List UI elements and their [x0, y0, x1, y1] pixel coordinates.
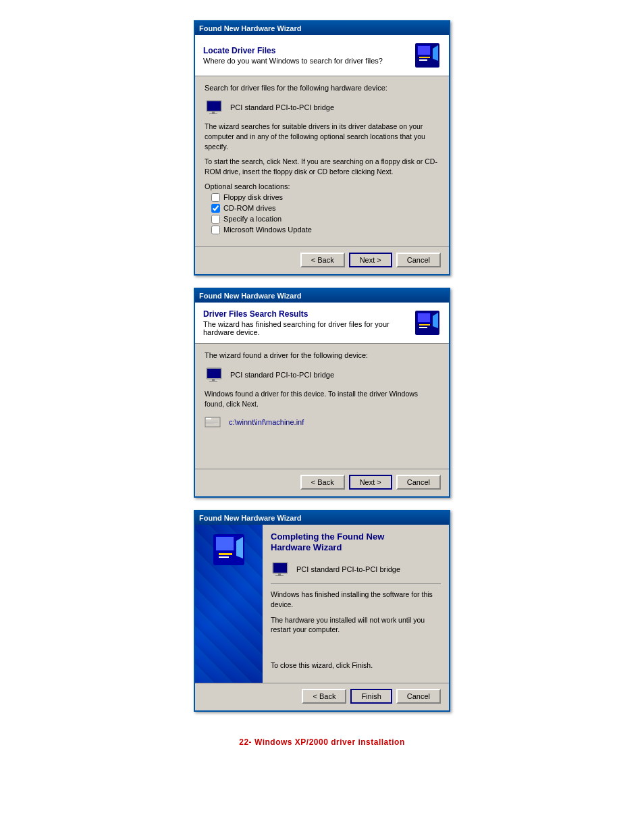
file-path-row: c:\winnt\inf\machine.inf — [205, 416, 439, 428]
svg-rect-21 — [206, 418, 211, 419]
dialog-completing: Found New Hardware Wizard Completing the… — [194, 510, 450, 712]
checkbox-floppy[interactable]: Floppy disk drives — [211, 193, 439, 202]
close-text-3: To close this wizard, click Finish. — [271, 660, 441, 671]
completing-main: Completing the Found NewHardware Wizard … — [195, 525, 449, 683]
checkbox-cdrom[interactable]: CD-ROM drives — [211, 204, 439, 213]
body-text1-2: Windows found a driver for this device. … — [205, 389, 439, 409]
checkbox-location-input[interactable] — [211, 215, 220, 224]
next-button-1[interactable]: Next > — [349, 253, 392, 267]
content-label-2: The wizard found a driver for the follow… — [205, 350, 439, 361]
checkbox-winupdate-input[interactable] — [211, 226, 220, 234]
svg-rect-27 — [216, 537, 234, 550]
svg-rect-23 — [206, 422, 218, 423]
svg-rect-17 — [207, 369, 221, 378]
svg-rect-5 — [419, 59, 427, 61]
checkbox-section-1: Optional search locations: Floppy disk d… — [205, 182, 439, 234]
header-title-2: Driver Files Search Results — [203, 309, 414, 319]
device-row-3: PCI standard PCI-to-PCI bridge — [271, 561, 441, 578]
next-button-2[interactable]: Next > — [349, 475, 392, 490]
content-1: Search for driver files for the followin… — [195, 76, 449, 246]
checkbox-floppy-input[interactable] — [211, 193, 220, 202]
checkbox-winupdate[interactable]: Microsoft Windows Update — [211, 226, 439, 234]
svg-rect-8 — [212, 111, 215, 113]
header-subtitle-1: Where do you want Windows to search for … — [203, 57, 414, 65]
checkbox-location[interactable]: Specify a location — [211, 215, 439, 224]
wizard-icon-1 — [414, 42, 441, 69]
svg-rect-9 — [209, 113, 217, 114]
svg-rect-12 — [418, 313, 430, 322]
svg-rect-15 — [419, 327, 427, 328]
svg-rect-19 — [209, 381, 217, 382]
titlebar-text-3: Found New Hardware Wizard — [199, 514, 445, 522]
header-title-1: Locate Driver Files — [203, 46, 414, 55]
wizard-icon-2 — [414, 309, 441, 336]
svg-rect-34 — [275, 575, 284, 576]
finish-button-3[interactable]: Finish — [350, 689, 392, 704]
device-name-1: PCI standard PCI-to-PCI bridge — [230, 103, 334, 111]
dialog-locate-driver: Found New Hardware Wizard Locate Driver … — [194, 20, 450, 276]
completing-title: Completing the Found NewHardware Wizard — [271, 531, 441, 554]
file-icon — [205, 416, 223, 428]
page-footer: 22- Windows XP/2000 driver installation — [239, 737, 404, 747]
cancel-button-1[interactable]: Cancel — [396, 253, 441, 267]
device-row-2: PCI standard PCI-to-PCI bridge — [205, 366, 439, 384]
svg-rect-30 — [219, 556, 229, 558]
svg-rect-14 — [419, 324, 430, 325]
titlebar-text-2: Found New Hardware Wizard — [199, 292, 445, 300]
titlebar-3: Found New Hardware Wizard — [195, 511, 449, 525]
button-row-3: < Back Finish Cancel — [195, 683, 449, 710]
svg-rect-32 — [273, 563, 287, 573]
body-text1-3: Windows has finished installing the soft… — [271, 590, 441, 609]
footer-text: Windows XP/2000 driver installation — [252, 737, 405, 747]
monitor-icon-3 — [272, 562, 291, 577]
back-button-3[interactable]: < Back — [302, 689, 346, 704]
checkbox-floppy-label: Floppy disk drives — [223, 193, 283, 201]
svg-rect-7 — [207, 101, 221, 111]
svg-rect-22 — [206, 421, 218, 421]
titlebar-1: Found New Hardware Wizard — [195, 22, 449, 35]
optional-label-1: Optional search locations: — [205, 182, 439, 190]
cancel-button-3[interactable]: Cancel — [396, 689, 441, 704]
completing-wizard-icon — [212, 533, 246, 567]
device-name-3: PCI standard PCI-to-PCI bridge — [296, 565, 400, 573]
completing-right-panel: Completing the Found NewHardware Wizard … — [263, 525, 449, 683]
content-2: The wizard found a driver for the follow… — [195, 344, 449, 469]
dialog-header-1: Locate Driver Files Where do you want Wi… — [195, 35, 449, 76]
dialog-search-results: Found New Hardware Wizard Driver Files S… — [194, 288, 450, 498]
body-text2-3: The hardware you installed will not work… — [271, 615, 441, 635]
button-row-1: < Back Next > Cancel — [195, 246, 449, 274]
svg-rect-29 — [219, 553, 232, 555]
file-path-text: c:\winnt\inf\machine.inf — [229, 418, 304, 426]
svg-rect-4 — [419, 57, 430, 58]
svg-rect-2 — [418, 46, 430, 55]
svg-rect-18 — [212, 379, 215, 381]
button-row-2: < Back Next > Cancel — [195, 469, 449, 496]
device-name-2: PCI standard PCI-to-PCI bridge — [230, 371, 334, 379]
svg-rect-24 — [206, 423, 214, 424]
checkbox-location-label: Specify a location — [223, 215, 281, 223]
checkbox-winupdate-label: Microsoft Windows Update — [223, 226, 312, 234]
content-label-1: Search for driver files for the followin… — [205, 83, 439, 93]
dialog-header-2: Driver Files Search Results The wizard h… — [195, 303, 449, 344]
completing-left-panel — [195, 525, 263, 683]
svg-rect-33 — [278, 573, 281, 575]
titlebar-2: Found New Hardware Wizard — [195, 289, 449, 303]
device-row-1: PCI standard PCI-to-PCI bridge — [205, 99, 439, 116]
back-button-2[interactable]: < Back — [300, 475, 345, 490]
checkbox-cdrom-label: CD-ROM drives — [223, 204, 276, 212]
body-text1-1: The wizard searches for suitable drivers… — [205, 122, 439, 151]
footer-number: 22- — [239, 737, 252, 747]
monitor-icon-2 — [206, 367, 225, 382]
checkbox-cdrom-input[interactable] — [211, 204, 220, 213]
header-subtitle-2: The wizard has finished searching for dr… — [203, 320, 414, 336]
cancel-button-2[interactable]: Cancel — [396, 475, 441, 490]
monitor-icon-1 — [206, 100, 225, 115]
back-button-1[interactable]: < Back — [300, 253, 345, 267]
titlebar-text-1: Found New Hardware Wizard — [199, 24, 445, 32]
body-text2-1: To start the search, click Next. If you … — [205, 157, 439, 176]
